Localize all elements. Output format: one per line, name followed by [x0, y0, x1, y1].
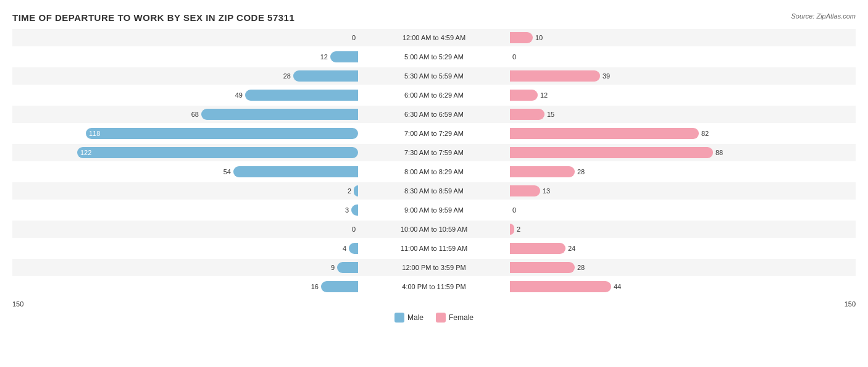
female-value: 0	[512, 206, 525, 214]
time-label: 8:30 AM to 8:59 AM	[358, 187, 510, 195]
male-section: 4	[12, 240, 358, 257]
bar-row: 548:00 AM to 8:29 AM28	[12, 163, 856, 180]
male-section: 54	[12, 163, 358, 180]
female-bar	[510, 109, 545, 120]
time-label: 10:00 AM to 10:59 AM	[358, 226, 510, 233]
axis-left-label: 150	[12, 300, 358, 308]
female-value: 88	[716, 149, 728, 156]
female-bar	[510, 32, 533, 43]
legend-male: Male	[394, 313, 424, 323]
female-bar	[510, 224, 514, 235]
legend: Male Female	[12, 313, 856, 323]
male-section: 16	[12, 278, 358, 295]
female-section: 24	[510, 240, 856, 257]
male-value: 122	[80, 149, 91, 156]
bar-row: 010:00 AM to 10:59 AM2	[12, 221, 856, 238]
bar-row: 912:00 PM to 3:59 PM28	[12, 259, 856, 276]
female-section: 2	[510, 221, 856, 238]
female-bar	[510, 128, 699, 139]
bar-row: 012:00 AM to 4:59 AM10	[12, 29, 856, 46]
female-section: 44	[510, 278, 856, 295]
male-value: 12	[315, 53, 328, 61]
legend-female-box	[436, 313, 446, 323]
male-value: 118	[89, 130, 100, 137]
male-value: 0	[343, 34, 356, 41]
time-label: 5:30 AM to 5:59 AM	[358, 72, 510, 80]
time-label: 7:00 AM to 7:29 AM	[358, 130, 510, 137]
male-section: 68	[12, 106, 358, 123]
time-label: 8:00 AM to 8:29 AM	[358, 168, 510, 175]
time-label: 11:00 AM to 11:59 AM	[358, 245, 510, 252]
bar-row: 28:30 AM to 8:59 AM13	[12, 182, 856, 200]
male-bar	[245, 90, 358, 101]
female-value: 2	[517, 226, 529, 233]
female-value: 10	[535, 34, 548, 41]
female-section: 28	[510, 259, 856, 276]
male-value: 9	[322, 264, 335, 271]
bar-row: 39:00 AM to 9:59 AM0	[12, 201, 856, 219]
male-section: 28	[12, 67, 358, 85]
female-section: 0	[510, 48, 856, 65]
bar-row: 411:00 AM to 11:59 AM24	[12, 240, 856, 257]
legend-female: Female	[436, 313, 474, 323]
female-bar	[510, 90, 538, 101]
female-section: 0	[510, 201, 856, 219]
male-bar	[233, 166, 358, 177]
chart-title: TIME OF DEPARTURE TO WORK BY SEX IN ZIP …	[12, 12, 856, 23]
female-bar	[510, 166, 575, 177]
time-label: 5:00 AM to 5:29 AM	[358, 53, 510, 61]
male-section: 0	[12, 221, 358, 238]
female-value: 0	[512, 53, 525, 61]
male-bar: 122	[77, 147, 358, 158]
axis-row: 150 150	[12, 300, 856, 308]
female-value: 24	[568, 245, 580, 252]
female-bar	[510, 185, 540, 196]
legend-male-box	[394, 313, 404, 323]
male-bar	[337, 262, 358, 273]
female-section: 12	[510, 86, 856, 104]
male-value: 4	[334, 245, 346, 252]
female-section: 82	[510, 125, 856, 142]
female-section: 10	[510, 29, 856, 46]
female-section: 28	[510, 163, 856, 180]
bar-row: 125:00 AM to 5:29 AM0	[12, 48, 856, 65]
time-label: 9:00 AM to 9:59 AM	[358, 206, 510, 214]
bar-row: 496:00 AM to 6:29 AM12	[12, 86, 856, 104]
time-label: 4:00 PM to 11:59 PM	[358, 283, 510, 290]
male-bar	[354, 185, 358, 196]
male-bar	[349, 243, 358, 254]
male-bar: 118	[86, 128, 358, 139]
source-text: Source: ZipAtlas.com	[791, 12, 856, 20]
female-bar	[510, 147, 713, 158]
male-value: 54	[219, 168, 231, 175]
time-label: 6:30 AM to 6:59 AM	[358, 111, 510, 118]
axis-right-label: 150	[510, 300, 856, 308]
female-bar	[510, 70, 600, 82]
chart-area: 012:00 AM to 4:59 AM10125:00 AM to 5:29 …	[12, 29, 856, 295]
bar-row: 285:30 AM to 5:59 AM39	[12, 67, 856, 85]
female-value: 28	[577, 264, 590, 271]
male-value: 28	[278, 72, 291, 80]
male-section: 118	[12, 125, 358, 142]
male-value: 0	[343, 226, 356, 233]
male-section: 49	[12, 86, 358, 104]
legend-female-label: Female	[449, 313, 474, 322]
time-label: 6:00 AM to 6:29 AM	[358, 91, 510, 99]
male-bar	[330, 51, 358, 62]
male-section: 3	[12, 201, 358, 219]
female-value: 82	[701, 130, 714, 137]
bar-row: 164:00 PM to 11:59 PM44	[12, 278, 856, 295]
male-value: 2	[339, 187, 351, 195]
female-bar	[510, 281, 611, 292]
male-value: 49	[230, 91, 243, 99]
time-label: 12:00 PM to 3:59 PM	[358, 264, 510, 271]
bar-row: 686:30 AM to 6:59 AM15	[12, 106, 856, 123]
male-bar	[201, 109, 358, 120]
male-value: 3	[336, 206, 349, 214]
female-bar	[510, 262, 575, 273]
female-value: 13	[543, 187, 555, 195]
female-bar	[510, 243, 565, 254]
male-section: 12	[12, 48, 358, 65]
female-value: 12	[540, 91, 553, 99]
female-value: 39	[603, 72, 615, 80]
